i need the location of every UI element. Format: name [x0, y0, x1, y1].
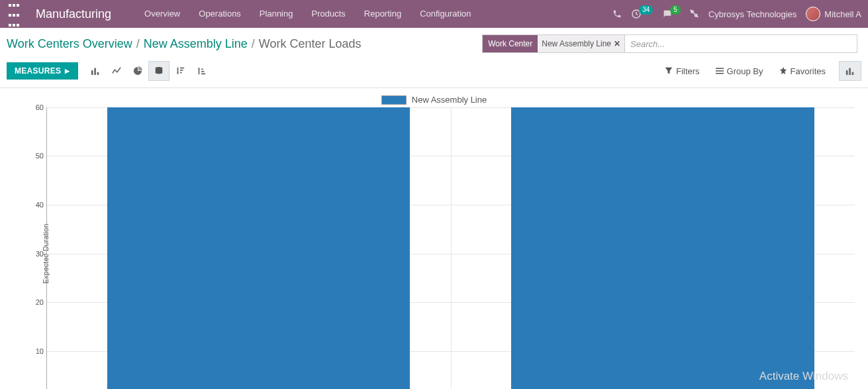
svg-rect-10: [852, 72, 854, 75]
svg-rect-5: [716, 68, 724, 70]
stacked-icon[interactable]: [148, 61, 169, 81]
chart-area: New Assembly Line Expected Duration 1020…: [0, 88, 868, 387]
facet-label: Work Center: [483, 35, 538, 52]
legend-swatch: [381, 95, 407, 105]
y-tick: 30: [32, 250, 44, 258]
measures-label: MEASURES: [15, 66, 61, 76]
svg-rect-9: [849, 68, 851, 76]
search-bar: Work Center New Assembly Line ✕: [482, 34, 857, 53]
groupby-label: Group By: [727, 66, 763, 76]
navbar: Manufacturing Overview Operations Planni…: [0, 0, 868, 28]
breadcrumb-mid[interactable]: New Assembly Line: [144, 37, 248, 51]
funnel-icon: [665, 67, 673, 75]
svg-rect-8: [846, 70, 848, 75]
systray: 34 5 Cybrosys Technologies Mitchell A: [612, 7, 861, 21]
y-tick: 10: [32, 347, 44, 355]
svg-rect-3: [97, 72, 99, 75]
chart-plot: Expected Duration 102030405060: [33, 107, 855, 389]
favorites-label: Favorites: [791, 66, 826, 76]
user-menu[interactable]: Mitchell A: [806, 7, 861, 21]
chart-bars: [46, 107, 855, 389]
messaging-icon[interactable]: 5: [662, 9, 681, 19]
menu-reporting[interactable]: Reporting: [355, 0, 410, 28]
apps-grid-icon: [8, 0, 20, 29]
graph-type-switcher: [85, 61, 212, 81]
measures-button[interactable]: MEASURES ▶: [7, 62, 78, 80]
company-switcher[interactable]: Cybrosys Technologies: [708, 9, 796, 19]
sort-desc-icon[interactable]: [169, 61, 191, 81]
facet-remove-icon[interactable]: ✕: [614, 39, 620, 48]
control-panel-bottom: MEASURES ▶ Filters Group By Favorites: [0, 58, 868, 88]
user-name: Mitchell A: [824, 9, 861, 19]
chart-legend: New Assembly Line: [13, 95, 855, 105]
favorites-button[interactable]: Favorites: [771, 66, 834, 76]
svg-rect-1: [91, 70, 93, 75]
list-icon: [716, 67, 724, 75]
search-facet: Work Center New Assembly Line ✕: [483, 35, 625, 52]
filters-label: Filters: [676, 66, 699, 76]
menu-planning[interactable]: Planning: [250, 0, 303, 28]
messaging-badge: 5: [670, 5, 681, 15]
facet-value-text: New Assembly Line: [542, 39, 611, 48]
menu-operations[interactable]: Operations: [189, 0, 250, 28]
legend-label: New Assembly Line: [412, 95, 487, 105]
svg-rect-7: [716, 73, 724, 74]
app-title[interactable]: Manufacturing: [36, 7, 111, 21]
breadcrumb-current: Work Center Loads: [259, 37, 362, 51]
breadcrumb: Work Centers Overview / New Assembly Lin…: [7, 37, 362, 51]
filters-button[interactable]: Filters: [657, 66, 707, 76]
activity-badge: 34: [639, 5, 653, 15]
caret-right-icon: ▶: [65, 68, 70, 74]
search-input[interactable]: [625, 39, 857, 49]
chart-bar[interactable]: [511, 107, 814, 389]
y-tick: 50: [32, 152, 44, 160]
menu-configuration[interactable]: Configuration: [410, 0, 480, 28]
debug-icon[interactable]: [690, 9, 699, 19]
main-menu: Overview Operations Planning Products Re…: [135, 0, 480, 28]
y-tick: 20: [32, 298, 44, 306]
star-icon: [779, 67, 787, 75]
control-panel-top: Work Centers Overview / New Assembly Lin…: [0, 28, 868, 58]
breadcrumb-root[interactable]: Work Centers Overview: [7, 37, 132, 51]
line-chart-icon[interactable]: [106, 61, 127, 81]
graph-view-icon[interactable]: [839, 61, 861, 81]
svg-rect-6: [716, 70, 724, 72]
svg-rect-2: [94, 68, 96, 76]
apps-button[interactable]: [0, 0, 28, 28]
chart-bar[interactable]: [107, 107, 410, 389]
menu-overview[interactable]: Overview: [135, 0, 189, 28]
groupby-button[interactable]: Group By: [708, 66, 771, 76]
activity-icon[interactable]: 34: [631, 9, 653, 19]
avatar: [806, 7, 820, 21]
menu-products[interactable]: Products: [302, 0, 354, 28]
facet-value: New Assembly Line ✕: [538, 35, 625, 52]
y-tick: 40: [32, 201, 44, 209]
breadcrumb-sep: /: [252, 37, 255, 51]
bar-chart-icon[interactable]: [85, 61, 106, 81]
breadcrumb-sep: /: [136, 37, 140, 51]
y-tick: 60: [32, 103, 44, 111]
sort-asc-icon[interactable]: [191, 61, 212, 81]
pie-chart-icon[interactable]: [127, 61, 148, 81]
phone-icon[interactable]: [612, 9, 622, 19]
